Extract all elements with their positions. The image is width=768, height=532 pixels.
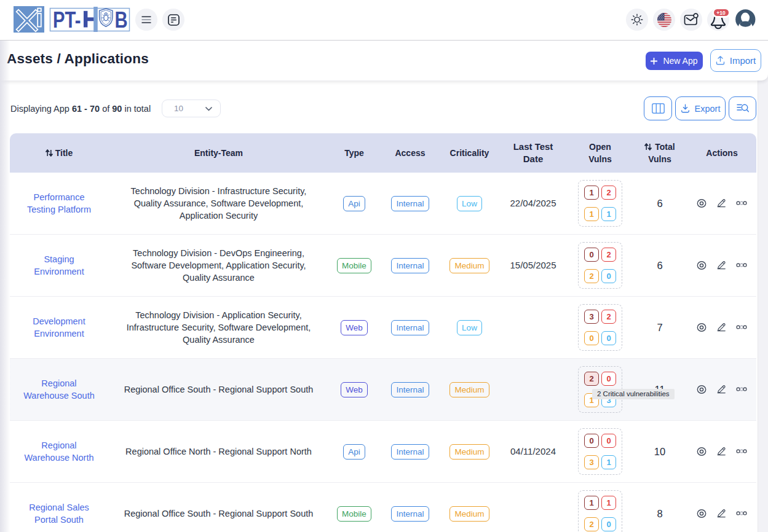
svg-text:B: B — [115, 7, 128, 32]
svg-text:PT-: PT- — [53, 7, 81, 32]
